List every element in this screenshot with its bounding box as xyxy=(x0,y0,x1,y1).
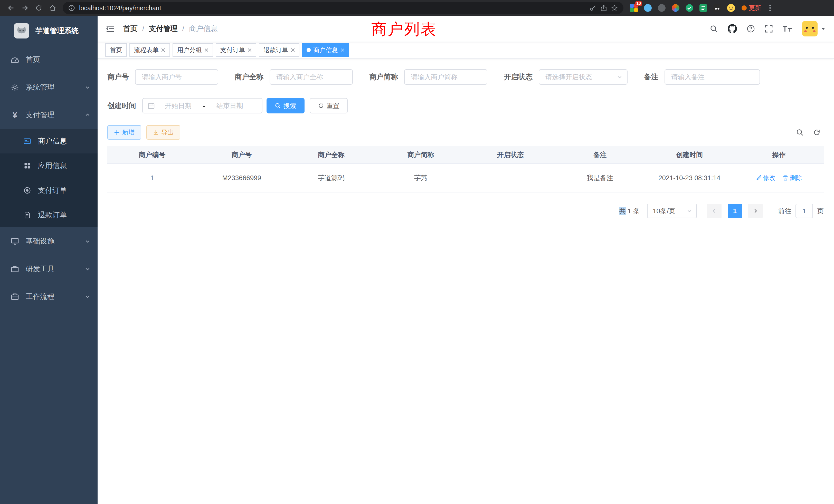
cell-short-name: 芋艿 xyxy=(376,174,465,182)
calendar-icon xyxy=(148,102,155,109)
bookmark-star-icon[interactable] xyxy=(611,5,618,11)
breadcrumb-home[interactable]: 首页 xyxy=(123,24,138,33)
logo[interactable]: 芋道管理系统 xyxy=(0,16,97,46)
share-icon[interactable] xyxy=(600,5,607,11)
home-icon[interactable] xyxy=(46,1,60,15)
status-select[interactable]: 请选择开启状态 xyxy=(539,69,628,85)
browser-update-label: 更新 xyxy=(749,4,761,12)
filter-short-name: 商户简称 xyxy=(369,69,487,85)
close-icon[interactable] xyxy=(341,48,345,52)
sidebar-item-workflow[interactable]: 工作流程 xyxy=(0,283,97,311)
search-button-label: 搜索 xyxy=(284,101,296,110)
tab-home[interactable]: 首页 xyxy=(105,43,127,57)
full-name-input[interactable] xyxy=(270,69,353,85)
tab-refund-order[interactable]: 退款订单 xyxy=(259,43,300,57)
edit-link[interactable]: 修改 xyxy=(756,174,775,182)
tab-process-form[interactable]: 流程表单 xyxy=(129,43,170,57)
extension-check-icon[interactable] xyxy=(685,4,694,12)
breadcrumb-payment[interactable]: 支付管理 xyxy=(149,24,178,33)
sidebar-item-home[interactable]: 首页 xyxy=(0,46,97,73)
tab-user-group[interactable]: 用户分组 xyxy=(173,43,213,57)
extension-avatar-icon[interactable] xyxy=(671,4,680,12)
extension-badge: 10 xyxy=(635,1,642,6)
table-search-toggle-icon[interactable] xyxy=(796,129,804,136)
sidebar-item-system[interactable]: 系统管理 xyxy=(0,73,97,101)
search-button[interactable]: 搜索 xyxy=(266,98,305,113)
password-key-icon[interactable] xyxy=(590,5,596,11)
create-time-range-picker[interactable]: - xyxy=(142,98,262,113)
merchant-no-label: 商户号 xyxy=(107,72,129,82)
close-icon[interactable] xyxy=(161,48,166,52)
close-icon[interactable] xyxy=(291,48,295,52)
table-refresh-icon[interactable] xyxy=(813,129,821,136)
tab-merchant-info[interactable]: 商户信息 xyxy=(302,43,349,57)
filter-merchant-no: 商户号 xyxy=(107,69,218,85)
page-number-1[interactable]: 1 xyxy=(728,204,742,218)
sidebar-item-dev-tools[interactable]: 研发工具 xyxy=(0,255,97,283)
chevron-down-icon xyxy=(85,85,90,90)
extension-drop-icon[interactable] xyxy=(643,4,652,12)
reset-button-label: 重置 xyxy=(327,101,339,110)
sidebar-item-infrastructure[interactable]: 基础设施 xyxy=(0,227,97,255)
reload-icon[interactable] xyxy=(32,1,46,15)
sidebar-item-label: 基础设施 xyxy=(26,236,85,246)
extension-notes-icon[interactable] xyxy=(699,4,708,12)
tab-payment-order[interactable]: 支付订单 xyxy=(216,43,256,57)
reset-button[interactable]: 重置 xyxy=(310,98,348,113)
github-icon[interactable] xyxy=(728,24,737,33)
fullscreen-icon[interactable] xyxy=(765,25,773,33)
forward-icon[interactable] xyxy=(18,1,32,15)
sidebar-subitem-payment-order[interactable]: 支付订单 xyxy=(0,178,97,203)
site-info-icon[interactable] xyxy=(68,5,75,11)
merchant-no-input[interactable] xyxy=(135,69,218,85)
yen-icon: ¥ xyxy=(10,111,20,119)
short-name-input[interactable] xyxy=(404,69,487,85)
add-button[interactable]: 新增 xyxy=(107,125,141,140)
goto-page-input[interactable] xyxy=(795,204,813,218)
grid-icon xyxy=(22,162,32,169)
back-icon[interactable] xyxy=(4,1,18,15)
tab-label: 退款订单 xyxy=(263,46,288,54)
user-menu[interactable] xyxy=(802,21,826,37)
table-header-row: 商户编号 商户号 商户全称 商户简称 开启状态 备注 创建时间 操作 xyxy=(107,146,824,164)
browser-menu-kebab-icon[interactable] xyxy=(763,1,777,15)
menu-fold-icon[interactable] xyxy=(106,25,115,32)
page-size-select[interactable]: 10条/页 xyxy=(647,204,697,218)
next-page-button[interactable] xyxy=(748,204,763,218)
export-button-label: 导出 xyxy=(161,128,174,137)
breadcrumb-separator: / xyxy=(182,25,184,33)
extension-dark-icon[interactable] xyxy=(657,4,666,12)
filter-status: 开启状态 请选择开启状态 xyxy=(504,69,628,85)
export-button[interactable]: 导出 xyxy=(146,125,180,140)
help-icon[interactable] xyxy=(747,25,755,33)
extensions-grid-icon[interactable]: 10 xyxy=(630,4,638,12)
close-icon[interactable] xyxy=(204,48,208,52)
sidebar-subitem-merchant-info[interactable]: 商户信息 xyxy=(0,129,97,154)
date-end-input[interactable] xyxy=(208,102,251,110)
prev-page-button[interactable] xyxy=(707,204,722,218)
url-text[interactable]: localhost:1024/pay/merchant xyxy=(79,4,161,12)
red-annotation: 商户列表 xyxy=(371,18,437,41)
sidebar-item-payment[interactable]: ¥ 支付管理 xyxy=(0,101,97,129)
extension-tampermonkey-icon[interactable] xyxy=(713,4,722,12)
chevron-up-icon xyxy=(85,112,90,118)
filter-create-time: 创建时间 - xyxy=(107,98,262,113)
browser-update-button[interactable]: 更新 xyxy=(742,4,761,12)
url-bar[interactable]: localhost:1024/pay/merchant xyxy=(63,2,623,14)
chevron-down-icon xyxy=(85,266,90,272)
date-start-input[interactable] xyxy=(157,102,200,110)
close-icon[interactable] xyxy=(247,48,251,52)
sidebar-subitem-app-info[interactable]: 应用信息 xyxy=(0,154,97,178)
profile-emoji-icon[interactable] xyxy=(727,4,736,12)
remark-input[interactable] xyxy=(664,69,760,85)
header-search-icon[interactable] xyxy=(710,25,718,33)
pagination-total: 共 1 条 xyxy=(619,207,640,215)
delete-link[interactable]: 删除 xyxy=(783,174,802,182)
cell-full-name: 芋道源码 xyxy=(287,174,376,182)
pagination-goto: 前往 页 xyxy=(778,204,824,218)
main-area: 商户列表 首页 / 支付管理 / 商户信息 xyxy=(97,16,834,504)
chevron-down-icon xyxy=(85,294,90,299)
breadcrumb-separator: / xyxy=(142,25,144,33)
font-size-icon[interactable] xyxy=(783,25,792,32)
sidebar-subitem-refund-order[interactable]: 退款订单 xyxy=(0,203,97,227)
